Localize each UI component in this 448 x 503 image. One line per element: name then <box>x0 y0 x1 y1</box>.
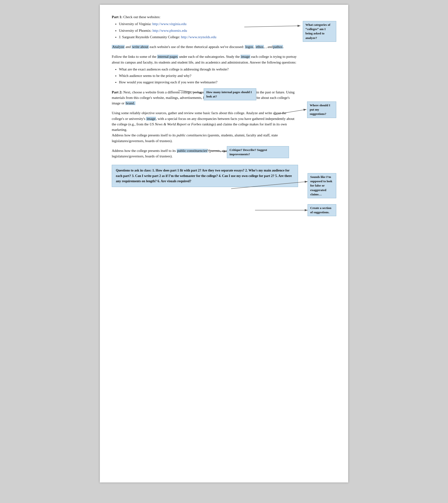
part1-section: Part 1: Check out these websites: Univer… <box>112 14 298 40</box>
list-item: University of Virginia: http://www.virgi… <box>119 21 298 27</box>
annotation-create-section-text: Create a section of suggestions. <box>310 206 332 214</box>
brand-highlight: brand. <box>125 101 135 105</box>
image2-highlight: image <box>146 117 156 121</box>
annotation-suggestions-text: Where should I put my suggestions? <box>310 103 330 116</box>
image1-highlight: image <box>240 55 250 59</box>
public-constituencies-italic: public constituencies <box>177 133 207 137</box>
analyze-sentence: each website's use of the three rhetoric… <box>149 45 245 49</box>
comma2: , <box>264 45 266 49</box>
address-p1: Address how the college presents itself … <box>112 133 177 137</box>
forbes: Forbes <box>191 122 202 126</box>
list-item: How would you suggest improving each if … <box>119 80 298 85</box>
public-constituencies-highlight: public constituencies <box>177 149 208 153</box>
list-item: University of Phoenix: http://www.phoeni… <box>119 28 298 33</box>
part1-label: Part 1: <box>112 15 123 19</box>
analyze-highlight: Analyze <box>112 45 125 49</box>
or-text: or <box>187 122 191 126</box>
annotation-create-section: Create a section of suggestions. <box>308 204 336 216</box>
using-sources-section: Using some reliably objective sources, g… <box>112 110 298 144</box>
questions-list: What are the exact audiences each colleg… <box>119 67 298 85</box>
uni-name-2: University of Phoenix: <box>119 29 152 32</box>
annotation-internal-pages: How many internal pages should I look at… <box>204 88 256 100</box>
us-news: US News & World Report <box>149 122 186 126</box>
and-text2: , and <box>266 45 273 49</box>
and-text: and <box>125 45 132 49</box>
period1: . <box>283 45 284 49</box>
annotation-suggestions: Where should I put my suggestions? <box>307 101 336 118</box>
annotation-categories: What categories of “colleges” am I being… <box>303 21 336 42</box>
part1-intro: Check out these websites: <box>123 15 160 19</box>
bottom-box-text: Questions to ask in class: 1. How does p… <box>116 169 292 183</box>
uni-name-1: University of Virginia: <box>119 22 151 26</box>
part2-text: Next, choose a website from a different … <box>112 90 295 105</box>
annotation-categories-text: What categories of “colleges” am I being… <box>305 23 330 40</box>
annotation-critique-text: Critique? Describe? Suggest improvements… <box>229 148 267 156</box>
annotation-internal-pages-text: How many internal pages should I look at… <box>206 90 252 98</box>
list-item: J. Sargeant Reynolds Community College: … <box>119 34 298 40</box>
list-item: What are the exact audiences each colleg… <box>119 67 298 72</box>
uni-link-3[interactable]: http://www.reynolds.edu <box>181 35 216 39</box>
uni-name-3: J. Sargeant Reynolds Community College: <box>119 35 180 39</box>
analyze-section: Analyze and write about each website's u… <box>112 44 298 50</box>
main-content: Part 1: Check out these websites: Univer… <box>112 14 298 187</box>
uni-link-2[interactable]: http://www.phoenix.edu <box>152 29 187 32</box>
pathos-highlight: pathos <box>273 45 283 49</box>
uni-link-1[interactable]: http://www.virginia.edu <box>152 22 187 26</box>
page-container: Part 1: Check out these websites: Univer… <box>100 5 348 483</box>
part2-label: Part 2: <box>112 90 123 94</box>
logos-highlight: logos <box>245 45 254 49</box>
content-area: Part 1: Check out these websites: Univer… <box>112 14 336 187</box>
internal-pages-highlight: internal pages <box>157 55 178 59</box>
annotation-critique: Critique? Describe? Suggest improvements… <box>227 146 289 158</box>
follow-p2: under each of the subcategories. Study t… <box>178 55 240 59</box>
list-item: Which audience seems to be the priority … <box>119 73 298 79</box>
bottom-questions-box: Questions to ask in class: 1. How does p… <box>112 165 298 187</box>
ethos-highlight: ethos <box>255 45 264 49</box>
follow-links-section: Follow the links to some of the internal… <box>112 54 298 85</box>
write-about-highlight: write about <box>132 45 149 49</box>
address-p2-start: Address how the college presents itself … <box>112 149 177 153</box>
annotation-false-claims: Sounds like I’m supposed to look for fal… <box>308 173 336 198</box>
annotation-false-claims-text: Sounds like I’m supposed to look for fal… <box>310 175 332 196</box>
university-list: University of Virginia: http://www.virgi… <box>119 21 298 40</box>
follow-p1: Follow the links to some of the <box>112 55 157 59</box>
